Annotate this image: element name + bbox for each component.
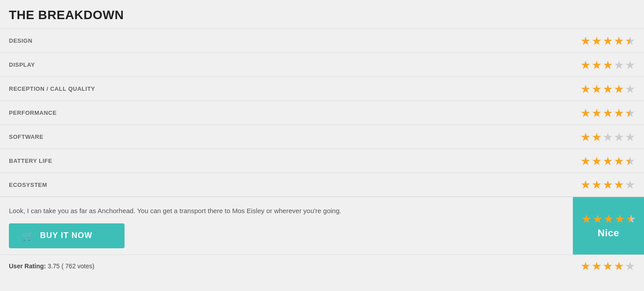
quote-text: Look, I can take you as far as Anchorhea… (9, 206, 564, 216)
breakdown-row: DESIGN ★★★★★ (0, 28, 644, 53)
user-rating-stars: ★★★★★ (580, 260, 635, 272)
row-label: DISPLAY (9, 61, 35, 68)
star-full: ★ (603, 179, 613, 190)
star-full: ★ (580, 59, 591, 71)
star-empty: ★ (603, 131, 613, 143)
star-half: ★ (625, 107, 635, 119)
star-full: ★ (603, 35, 613, 47)
star-full: ★ (592, 155, 602, 167)
breakdown-rows: DESIGN ★★★★★ DISPLAY ★★★★★ RECEPTION / C… (0, 28, 644, 197)
star-full: ★ (580, 131, 591, 143)
star-full: ★ (614, 179, 624, 190)
star-full: ★ (580, 155, 591, 167)
star-full: ★ (592, 83, 602, 95)
overall-stars: ★★★★★ (581, 213, 636, 225)
row-label: ECOSYSTEM (9, 182, 47, 188)
user-rating-votes: ( 762 votes) (61, 263, 94, 270)
star-full: ★ (592, 35, 602, 47)
star-half: ★ (625, 155, 635, 167)
buy-button-label: BUY IT NOW (40, 231, 93, 240)
user-rating-text: User Rating: 3.75 ( 762 votes) (9, 263, 94, 270)
star-full: ★ (592, 260, 602, 272)
star-empty: ★ (625, 83, 635, 95)
row-label: PERFORMANCE (9, 109, 56, 116)
star-full: ★ (603, 107, 613, 119)
user-rating-value: 3.75 (48, 263, 60, 270)
star-empty: ★ (614, 131, 624, 143)
star-empty: ★ (625, 179, 635, 190)
star-full: ★ (604, 213, 614, 225)
row-stars: ★★★★★ (580, 35, 635, 47)
star-full: ★ (580, 83, 591, 95)
overall-label: Nice (598, 227, 619, 239)
star-full: ★ (592, 213, 603, 225)
bottom-left: Look, I can take you as far as Anchorhea… (0, 197, 573, 255)
star-full: ★ (614, 83, 624, 95)
bottom-area: Look, I can take you as far as Anchorhea… (0, 197, 644, 255)
star-full: ★ (592, 59, 602, 71)
row-stars: ★★★★★ (580, 131, 635, 143)
breakdown-row: BATTERY LIFE ★★★★★ (0, 149, 644, 173)
star-empty: ★ (625, 131, 635, 143)
row-stars: ★★★★★ (580, 155, 635, 167)
star-full: ★ (614, 107, 624, 119)
row-label: BATTERY LIFE (9, 158, 52, 164)
star-full: ★ (580, 179, 591, 190)
star-empty: ★ (625, 59, 635, 71)
star-full: ★ (603, 155, 613, 167)
section-title: THE BREAKDOWN (0, 0, 644, 28)
breakdown-row: RECEPTION / CALL QUALITY ★★★★★ (0, 77, 644, 101)
star-full: ★ (615, 213, 625, 225)
star-full: ★ (581, 213, 592, 225)
row-stars: ★★★★★ (580, 83, 635, 95)
row-label: RECEPTION / CALL QUALITY (9, 85, 95, 92)
star-full: ★ (592, 131, 602, 143)
buy-it-now-button[interactable]: 🛒 BUY IT NOW (9, 223, 125, 248)
row-stars: ★★★★★ (580, 179, 635, 190)
breakdown-row: ECOSYSTEM ★★★★★ (0, 173, 644, 197)
star-empty: ★ (614, 59, 624, 71)
row-stars: ★★★★★ (580, 107, 635, 119)
row-label: DESIGN (9, 37, 32, 44)
star-full: ★ (592, 179, 602, 190)
row-stars: ★★★★★ (580, 59, 635, 71)
star-full: ★ (603, 260, 613, 272)
star-full: ★ (614, 260, 624, 272)
star-full: ★ (580, 35, 591, 47)
breakdown-row: DISPLAY ★★★★★ (0, 53, 644, 77)
breakdown-row: SOFTWARE ★★★★★ (0, 125, 644, 149)
cart-icon: 🛒 (22, 230, 34, 241)
star-full: ★ (580, 260, 591, 272)
breakdown-row: PERFORMANCE ★★★★★ (0, 101, 644, 125)
star-full: ★ (592, 107, 602, 119)
star-full: ★ (603, 59, 613, 71)
star-full: ★ (580, 107, 591, 119)
overall-score-panel: ★★★★★ Nice (573, 197, 644, 255)
star-empty: ★ (625, 260, 635, 272)
star-full: ★ (614, 35, 624, 47)
star-full: ★ (614, 155, 624, 167)
breakdown-container: THE BREAKDOWN DESIGN ★★★★★ DISPLAY ★★★★★… (0, 0, 644, 291)
row-label: SOFTWARE (9, 133, 44, 140)
star-half: ★ (626, 213, 636, 225)
star-half: ★ (625, 35, 635, 47)
star-full: ★ (603, 83, 613, 95)
user-rating-row: User Rating: 3.75 ( 762 votes) ★★★★★ (0, 255, 644, 277)
user-rating-label: User Rating: (9, 263, 46, 270)
